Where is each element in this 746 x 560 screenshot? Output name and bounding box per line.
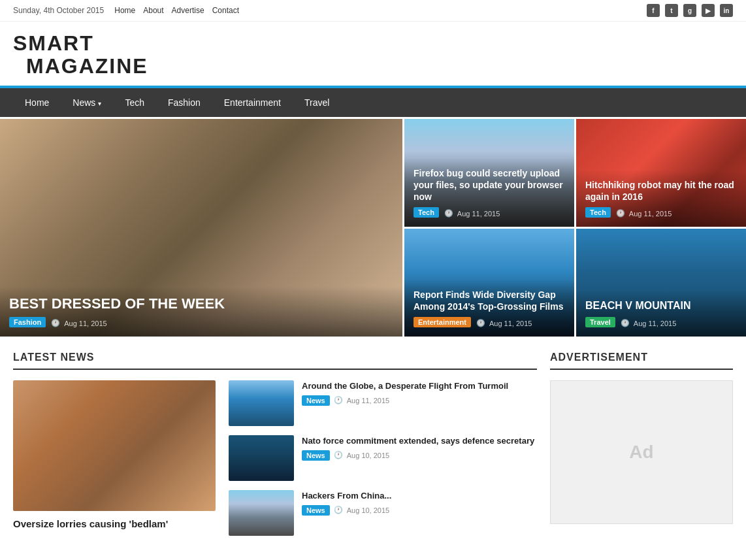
news-tag-1[interactable]: News xyxy=(302,395,330,406)
nav-advertise[interactable]: Advertise xyxy=(172,6,204,15)
clock-icon-5 xyxy=(621,319,630,327)
hero-main[interactable]: BEST DRESSED OF THE WEEK Fashion Aug 11,… xyxy=(0,119,402,337)
youtube-icon[interactable]: ▶ xyxy=(702,4,715,17)
hero-card-2[interactable]: Hitchhiking robot may hit the road again… xyxy=(576,119,746,227)
hero-card-4-title: BEACH V MOUNTAIN xyxy=(585,299,737,313)
ad-label: Ad xyxy=(629,442,653,463)
news-title-1: Around the Globe, a Desperate Flight Fro… xyxy=(302,380,537,392)
facebook-icon[interactable]: f xyxy=(647,4,660,17)
top-bar-left: Sunday, 4th October 2015 Home About Adve… xyxy=(13,6,239,15)
latest-news-title: LATEST NEWS xyxy=(13,352,537,370)
hero-card-1-tag[interactable]: Tech xyxy=(414,207,439,218)
news-thumb-1 xyxy=(229,380,294,426)
google-icon[interactable]: g xyxy=(683,4,696,17)
hero-card-3-title: Report Finds Wide Diversity Gap Among 20… xyxy=(414,289,565,312)
hero-main-tag[interactable]: Fashion xyxy=(9,317,46,327)
news-thumb-2 xyxy=(229,435,294,481)
social-icons: f t g ▶ in xyxy=(647,4,733,17)
linkedin-icon[interactable]: in xyxy=(720,4,733,17)
news-image-2 xyxy=(229,435,294,481)
hero-main-overlay: BEST DRESSED OF THE WEEK Fashion Aug 11,… xyxy=(0,286,402,337)
main-nav: Home News Tech Fashion Entertainment Tra… xyxy=(0,88,746,117)
hero-card-2-overlay: Hitchhiking robot may hit the road again… xyxy=(576,170,746,227)
top-nav: Home About Advertise Contact xyxy=(114,6,239,15)
news-meta-3: News 🕐 Aug 10, 2015 xyxy=(302,505,537,516)
featured-image xyxy=(13,380,216,511)
nav-contact[interactable]: Contact xyxy=(212,6,239,15)
news-title-3: Hackers From China... xyxy=(302,490,537,502)
hero-grid: BEST DRESSED OF THE WEEK Fashion Aug 11,… xyxy=(0,119,746,337)
nav-home[interactable]: Home xyxy=(13,88,61,117)
content-area: LATEST NEWS Oversize lorries causing 'be… xyxy=(0,338,746,549)
hero-card-4[interactable]: BEACH V MOUNTAIN Travel Aug 11, 2015 xyxy=(576,229,746,337)
hero-card-2-meta: Aug 11, 2015 xyxy=(616,209,672,218)
hero-card-2-tag[interactable]: Tech xyxy=(585,207,611,218)
news-item-2[interactable]: Nato force commitment extended, says def… xyxy=(229,435,537,481)
featured-article[interactable]: Oversize lorries causing 'bedlam' xyxy=(13,380,216,536)
hero-card-1[interactable]: Firefox bug could secretly upload your f… xyxy=(404,119,574,227)
news-list: Around the Globe, a Desperate Flight Fro… xyxy=(229,380,537,536)
twitter-icon[interactable]: t xyxy=(665,4,678,17)
news-meta-1: News 🕐 Aug 11, 2015 xyxy=(302,395,537,406)
hero-main-meta: Aug 11, 2015 xyxy=(51,319,106,327)
hero-card-3[interactable]: Report Finds Wide Diversity Gap Among 20… xyxy=(404,229,574,337)
nav-home[interactable]: Home xyxy=(114,6,135,15)
hero-card-4-overlay: BEACH V MOUNTAIN Travel Aug 11, 2015 xyxy=(576,290,746,337)
news-meta-2: News 🕐 Aug 10, 2015 xyxy=(302,450,537,461)
latest-grid: Oversize lorries causing 'bedlam' Around… xyxy=(13,380,537,536)
clock-icon-2 xyxy=(444,209,453,218)
nav-tech[interactable]: Tech xyxy=(113,88,156,117)
main-content: LATEST NEWS Oversize lorries causing 'be… xyxy=(13,352,537,536)
featured-title: Oversize lorries causing 'bedlam' xyxy=(13,518,216,531)
news-tag-2[interactable]: News xyxy=(302,450,330,461)
hero-card-3-tag[interactable]: Entertainment xyxy=(414,317,471,327)
clock-icon-8: 🕐 xyxy=(334,506,343,514)
news-image-3 xyxy=(229,490,294,536)
news-thumb-3 xyxy=(229,490,294,536)
hero-card-1-meta: Aug 11, 2015 xyxy=(444,209,500,218)
hero-card-3-meta: Aug 11, 2015 xyxy=(476,319,532,327)
date: Sunday, 4th October 2015 xyxy=(13,6,104,15)
sidebar: ADVERTISEMENT Ad xyxy=(550,352,733,536)
hero-card-4-tag[interactable]: Travel xyxy=(585,317,615,327)
nav-about[interactable]: About xyxy=(143,6,163,15)
nav-fashion[interactable]: Fashion xyxy=(156,88,212,117)
clock-icon-7: 🕐 xyxy=(334,451,343,459)
news-text-1: Around the Globe, a Desperate Flight Fro… xyxy=(302,380,537,405)
clock-icon-6: 🕐 xyxy=(334,396,343,404)
news-tag-3[interactable]: News xyxy=(302,505,330,516)
news-item-1[interactable]: Around the Globe, a Desperate Flight Fro… xyxy=(229,380,537,426)
news-text-2: Nato force commitment extended, says def… xyxy=(302,435,537,460)
clock-icon-3 xyxy=(616,209,625,218)
news-image-1 xyxy=(229,380,294,426)
news-text-3: Hackers From China... News 🕐 Aug 10, 201… xyxy=(302,490,537,515)
news-item-3[interactable]: Hackers From China... News 🕐 Aug 10, 201… xyxy=(229,490,537,536)
advertisement-title: ADVERTISEMENT xyxy=(550,352,733,370)
logo-area: SMART MAGAZINE xyxy=(0,22,746,86)
hero-card-3-overlay: Report Finds Wide Diversity Gap Among 20… xyxy=(404,280,574,337)
hero-card-1-title: Firefox bug could secretly upload your f… xyxy=(414,167,565,203)
nav-entertainment[interactable]: Entertainment xyxy=(212,88,293,117)
clock-icon xyxy=(51,319,60,327)
logo: SMART MAGAZINE xyxy=(13,32,733,78)
ad-box: Ad xyxy=(550,380,733,524)
hero-card-1-overlay: Firefox bug could secretly upload your f… xyxy=(404,158,574,227)
clock-icon-4 xyxy=(476,319,485,327)
nav-travel[interactable]: Travel xyxy=(293,88,341,117)
hero-main-title: BEST DRESSED OF THE WEEK xyxy=(9,295,393,312)
news-title-2: Nato force commitment extended, says def… xyxy=(302,435,537,447)
hero-card-2-title: Hitchhiking robot may hit the road again… xyxy=(585,179,737,203)
hero-card-4-meta: Aug 11, 2015 xyxy=(621,319,676,327)
top-bar: Sunday, 4th October 2015 Home About Adve… xyxy=(0,0,746,22)
news-chevron xyxy=(98,97,101,108)
nav-news[interactable]: News xyxy=(61,88,113,117)
